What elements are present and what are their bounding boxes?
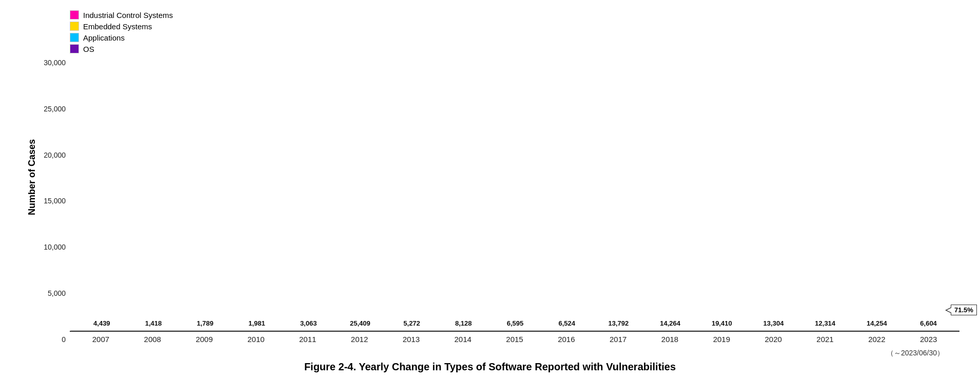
bar-total-label: 14,264 [660,319,680,327]
legend-item: OS [70,44,959,53]
legend-label: Industrial Control Systems [83,11,173,20]
x-label: 2023 [903,332,954,344]
x-label: 2020 [748,332,799,344]
x-label: 2012 [334,332,385,344]
chart-inner: Industrial Control SystemsEmbedded Syste… [39,10,959,344]
bar-total-label: 4,439 [93,319,110,327]
legend-item: Embedded Systems [70,22,959,31]
bar-total-label: 14,254 [867,319,887,327]
x-label: 2018 [644,332,696,344]
x-labels: 2007200820092010201120122013201420152016… [70,332,959,344]
x-label: 2017 [592,332,644,344]
y-axis: 30,00025,00020,00015,00010,0005,0000 [39,59,70,344]
bar-total-label: 5,272 [403,319,420,327]
bar-total-label: 8,128 [455,319,472,327]
plot-area: 30,00025,00020,00015,00010,0005,0000 4,4… [39,59,959,344]
x-label: 2016 [540,332,592,344]
bar-total-label: 6,595 [507,319,524,327]
bar-total-label: 1,418 [145,319,162,327]
legend-label: Embedded Systems [83,22,152,31]
x-label: 2007 [75,332,127,344]
bar-total-label: 13,792 [608,319,629,327]
bar-total-label: 13,304 [763,319,784,327]
percent-badge: 71.5% [951,305,977,315]
x-label: 2019 [696,332,748,344]
x-label: 2015 [489,332,541,344]
bar-total-label: 6,604 [920,319,937,327]
grid-line [71,330,959,331]
figure-caption: Figure 2-4. Yearly Change in Types of So… [304,361,676,373]
x-label: 2022 [851,332,903,344]
bar-total-label: 1,789 [197,319,213,327]
x-label: 2021 [799,332,851,344]
y-tick: 0 [62,335,66,344]
bar-total-label: 1,981 [248,319,265,327]
bar-total-label: 6,524 [558,319,575,327]
bar-total-label: 19,410 [712,319,732,327]
y-axis-label: Number of Cases [21,10,39,344]
y-tick: 30,000 [44,59,66,67]
x-label: 2014 [437,332,489,344]
legend-color [70,10,79,20]
bar-total-label: 25,409 [350,319,370,327]
bar-total-label: 3,063 [300,319,317,327]
chart-container: Number of Cases Industrial Control Syste… [21,10,959,344]
legend-area: Industrial Control SystemsEmbedded Syste… [39,10,959,53]
y-tick: 10,000 [44,243,66,251]
x-label: 2008 [127,332,179,344]
legend-item: Applications [70,33,959,42]
x-label: 2009 [179,332,230,344]
y-tick: 15,000 [44,197,66,205]
bars-area: 4,4391,4181,7891,9813,06325,4095,2728,12… [70,331,959,344]
legend-item: Industrial Control Systems [70,10,959,20]
x-label: 2013 [385,332,437,344]
legend-color [70,22,79,31]
legend-color [70,44,79,53]
x-label: 2010 [230,332,282,344]
bar-total-label: 12,314 [815,319,835,327]
y-tick: 25,000 [44,105,66,113]
grid-and-bars: 4,4391,4181,7891,9813,06325,4095,2728,12… [70,331,959,332]
date-note: （～2023/06/30） [21,349,959,358]
y-tick: 20,000 [44,151,66,159]
legend-label: OS [83,45,94,53]
legend-color [70,33,79,42]
y-tick: 5,000 [48,289,66,297]
legend-label: Applications [83,33,125,42]
x-label: 2011 [282,332,334,344]
